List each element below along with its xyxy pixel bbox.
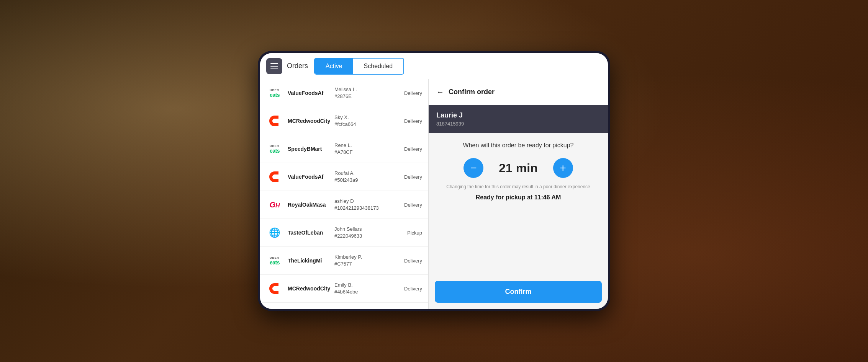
increment-time-button[interactable]: + [553, 158, 573, 178]
globe-icon: 🌐 [269, 227, 280, 238]
gh-icon: GH [269, 201, 280, 209]
order-customer-info: ashley D#102421293438173 [334, 198, 400, 212]
customer-name: Laurie J [436, 111, 600, 119]
order-store-name: ValueFoodsAf [288, 174, 330, 180]
order-logo-0: UBER eats [266, 85, 283, 101]
order-customer-info: Roufai A.#50f243a9 [334, 170, 400, 184]
table-row[interactable]: ValueFoodsAfRoufai A.#50f243a9Delivery [260, 163, 428, 191]
order-store-name: RoyalOakMasa [288, 202, 330, 208]
orders-list: UBER eats ValueFoodsAfMelissa L.#2876EDe… [260, 79, 429, 309]
order-store-name: TheLickingMi [288, 258, 330, 264]
menu-button[interactable] [266, 58, 282, 74]
tab-active[interactable]: Active [315, 59, 353, 74]
table-row[interactable]: 🌐TasteOfLebanJohn Sellars#222049633Picku… [260, 219, 428, 247]
table-row[interactable]: MCRedwoodCitySky X.#fcfca664Delivery [260, 107, 428, 135]
order-type: Delivery [404, 174, 422, 180]
order-type: Delivery [404, 258, 422, 264]
customer-banner: Laurie J 8187415939 [429, 105, 608, 133]
order-customer-info: Emily B.#4b6f4ebe [334, 282, 400, 295]
order-store-name: SpeedyBMart [288, 146, 330, 152]
order-customer-info: John Sellars#222049633 [334, 226, 403, 240]
order-logo-4: GH [266, 196, 283, 213]
table-row[interactable]: UBER eats ValueFoodsAfMelissa L.#2876EDe… [260, 79, 428, 107]
table-row[interactable]: UBER eats TheLickingMiKimberley P.#C7577… [260, 247, 428, 275]
order-type: Delivery [404, 90, 422, 96]
time-selector: − 21 min + [429, 155, 608, 181]
back-button[interactable]: ← [436, 88, 444, 96]
table-row[interactable]: MCRedwoodCityEmily B.#4b6f4ebeDelivery [260, 275, 428, 303]
tab-scheduled[interactable]: Scheduled [353, 59, 404, 74]
order-logo-2: UBER eats [266, 140, 283, 157]
confirm-header: ← Confirm order [429, 79, 608, 105]
doordash-icon [268, 282, 282, 295]
ubereats-icon: UBER eats [270, 256, 280, 266]
customer-phone: 8187415939 [436, 121, 600, 127]
time-warning: Changing the time for this order may res… [429, 181, 608, 192]
ready-time: Ready for pickup at 11:46 AM [429, 192, 608, 207]
table-row[interactable]: GHRoyalOakMasaashley D#102421293438173De… [260, 191, 428, 219]
right-panel: ← Confirm order Laurie J 8187415939 When… [429, 79, 608, 309]
tablet-container: Orders Active Scheduled UBER eats ValueF… [258, 51, 610, 311]
order-type: Delivery [404, 286, 422, 292]
order-logo-6: UBER eats [266, 252, 283, 269]
table-row[interactable]: UBER eats SpeedyBMartRene L.#A78CFDelive… [260, 135, 428, 163]
ubereats-icon: UBER eats [270, 88, 280, 98]
order-type: Delivery [404, 146, 422, 152]
order-logo-7 [266, 280, 283, 297]
order-logo-1 [266, 113, 283, 129]
order-store-name: TasteOfLeban [288, 230, 330, 236]
order-customer-info: Kimberley P.#C7577 [334, 254, 400, 267]
doordash-icon [268, 170, 282, 184]
order-store-name: MCRedwoodCity [288, 285, 330, 292]
app-header: Orders Active Scheduled [260, 53, 608, 79]
order-logo-5: 🌐 [266, 224, 283, 241]
ubereats-icon: UBER eats [270, 144, 280, 154]
orders-label: Orders [287, 62, 308, 70]
time-display: 21 min [499, 161, 537, 175]
order-customer-info: Melissa L.#2876E [334, 86, 400, 100]
order-store-name: MCRedwoodCity [288, 118, 330, 124]
confirm-button[interactable]: Confirm [435, 281, 602, 303]
order-type: Delivery [404, 202, 422, 208]
main-content: UBER eats ValueFoodsAfMelissa L.#2876EDe… [260, 79, 608, 309]
order-store-name: ValueFoodsAf [288, 90, 330, 96]
doordash-icon [268, 114, 282, 128]
decrement-time-button[interactable]: − [463, 158, 483, 178]
order-customer-info: Sky X.#fcfca664 [334, 114, 400, 128]
order-customer-info: Rene L.#A78CF [334, 142, 400, 156]
tab-group: Active Scheduled [314, 58, 404, 75]
confirm-order-title: Confirm order [449, 88, 495, 96]
order-logo-3 [266, 168, 283, 185]
order-type: Delivery [404, 118, 422, 124]
pickup-question: When will this order be ready for pickup… [429, 133, 608, 155]
order-type: Pickup [407, 230, 422, 236]
